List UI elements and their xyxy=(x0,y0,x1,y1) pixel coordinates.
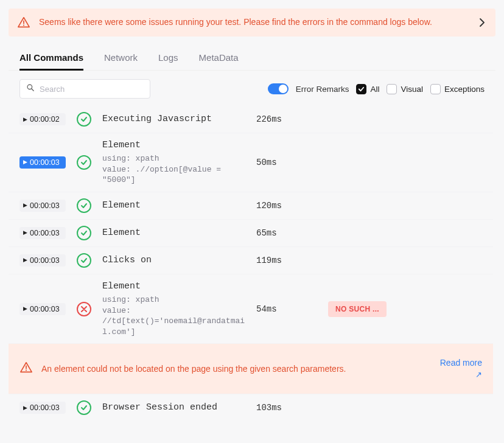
error-detail: An element could not be located on the p… xyxy=(9,343,493,394)
command-meta: using: xpathvalue: //td[text()='noemail@… xyxy=(102,295,245,337)
duration: 119ms xyxy=(256,256,317,265)
play-icon: ▶ xyxy=(23,257,27,263)
time-value: 00:00:03 xyxy=(30,158,60,167)
play-icon: ▶ xyxy=(23,405,27,411)
status-pass-icon xyxy=(77,112,91,127)
time-chip[interactable]: ▶00:00:03 xyxy=(19,156,66,169)
command-row[interactable]: ▶00:00:02Executing Javascript226ms xyxy=(9,106,493,133)
toolbar: Error Remarks All Visual Exceptions xyxy=(9,71,495,106)
search-icon xyxy=(26,83,35,94)
status-pass-icon xyxy=(77,198,91,213)
filter-visual[interactable]: Visual xyxy=(387,84,423,94)
command-name: Element xyxy=(102,200,141,211)
command-row[interactable]: ▶00:00:03Browser Session ended103ms xyxy=(9,394,493,421)
filter-exceptions-label: Exceptions xyxy=(444,85,485,94)
command-name: Element xyxy=(102,281,141,291)
filter-all-label: All xyxy=(370,85,379,94)
command-name: Element xyxy=(102,228,141,238)
search-box[interactable] xyxy=(19,79,150,99)
time-chip[interactable]: ▶00:00:02 xyxy=(19,113,66,125)
tabs: All Commands Network Logs MetaData xyxy=(9,52,495,71)
tab-metadata[interactable]: MetaData xyxy=(199,52,239,71)
play-icon: ▶ xyxy=(23,159,27,165)
command-row[interactable]: ▶00:00:03Element120ms xyxy=(9,192,493,219)
time-value: 00:00:03 xyxy=(30,403,60,412)
alert-message: Seems like there were some issues runnin… xyxy=(39,16,469,29)
alert-banner: Seems like there were some issues runnin… xyxy=(9,9,495,37)
status-pass-icon xyxy=(77,253,91,268)
warning-icon xyxy=(17,16,30,29)
error-remarks-label: Error Remarks xyxy=(296,85,349,94)
duration: 120ms xyxy=(256,201,317,211)
play-icon: ▶ xyxy=(23,203,27,208)
time-chip[interactable]: ▶00:00:03 xyxy=(19,254,66,267)
status-pass-icon xyxy=(77,400,91,415)
time-chip[interactable]: ▶00:00:03 xyxy=(19,200,66,212)
svg-line-3 xyxy=(32,89,34,91)
command-name: Element xyxy=(102,140,141,150)
time-chip[interactable]: ▶00:00:03 xyxy=(19,303,66,315)
checkbox-visual[interactable] xyxy=(387,84,397,94)
error-detail-message: An element could not be located on the p… xyxy=(41,364,432,374)
svg-point-1 xyxy=(23,25,24,26)
svg-point-5 xyxy=(26,370,27,371)
filter-exceptions[interactable]: Exceptions xyxy=(430,84,485,94)
checkbox-exceptions[interactable] xyxy=(430,84,441,94)
time-value: 00:00:03 xyxy=(30,229,60,237)
status-fail-icon xyxy=(77,302,91,316)
time-value: 00:00:02 xyxy=(30,115,60,124)
command-meta: using: xpathvalue: .//option[@value = "5… xyxy=(102,153,245,186)
play-icon: ▶ xyxy=(23,117,27,122)
duration: 226ms xyxy=(256,114,317,124)
command-name: Clicks on xyxy=(102,255,152,265)
command-row[interactable]: ▶00:00:03Clicks on119ms xyxy=(9,246,493,274)
error-remarks-toggle[interactable] xyxy=(268,83,289,94)
warning-icon xyxy=(19,361,33,377)
checkbox-all[interactable] xyxy=(356,84,366,94)
tab-logs[interactable]: Logs xyxy=(158,52,178,71)
command-row[interactable]: ▶00:00:03Elementusing: xpathvalue: //td[… xyxy=(9,274,493,343)
command-list[interactable]: ▶00:00:02Executing Javascript226ms▶00:00… xyxy=(9,106,495,422)
tab-network[interactable]: Network xyxy=(104,52,138,71)
status-pass-icon xyxy=(77,155,91,170)
filter-visual-label: Visual xyxy=(401,85,423,94)
time-value: 00:00:03 xyxy=(30,201,60,210)
play-icon: ▶ xyxy=(23,306,27,312)
duration: 54ms xyxy=(256,304,317,314)
error-badge: NO SUCH ... xyxy=(328,301,387,317)
play-icon: ▶ xyxy=(23,230,27,235)
status-pass-icon xyxy=(77,226,91,240)
tab-all-commands[interactable]: All Commands xyxy=(19,52,83,71)
read-more-link[interactable]: Read more↗ xyxy=(440,357,482,380)
command-name: Browser Session ended xyxy=(102,402,217,413)
external-link-icon: ↗ xyxy=(440,369,482,380)
filter-all[interactable]: All xyxy=(356,84,379,94)
duration: 50ms xyxy=(256,158,317,167)
duration: 65ms xyxy=(256,228,317,238)
command-row[interactable]: ▶00:00:03Elementusing: xpathvalue: .//op… xyxy=(9,133,493,192)
search-input[interactable] xyxy=(40,85,144,94)
duration: 103ms xyxy=(256,403,317,413)
time-chip[interactable]: ▶00:00:03 xyxy=(19,402,66,414)
command-name: Executing Javascript xyxy=(102,114,212,124)
time-value: 00:00:03 xyxy=(30,305,60,313)
command-row[interactable]: ▶00:00:03Element65ms xyxy=(9,219,493,246)
time-value: 00:00:03 xyxy=(30,256,60,265)
chevron-right-icon[interactable] xyxy=(477,18,487,27)
time-chip[interactable]: ▶00:00:03 xyxy=(19,227,66,239)
